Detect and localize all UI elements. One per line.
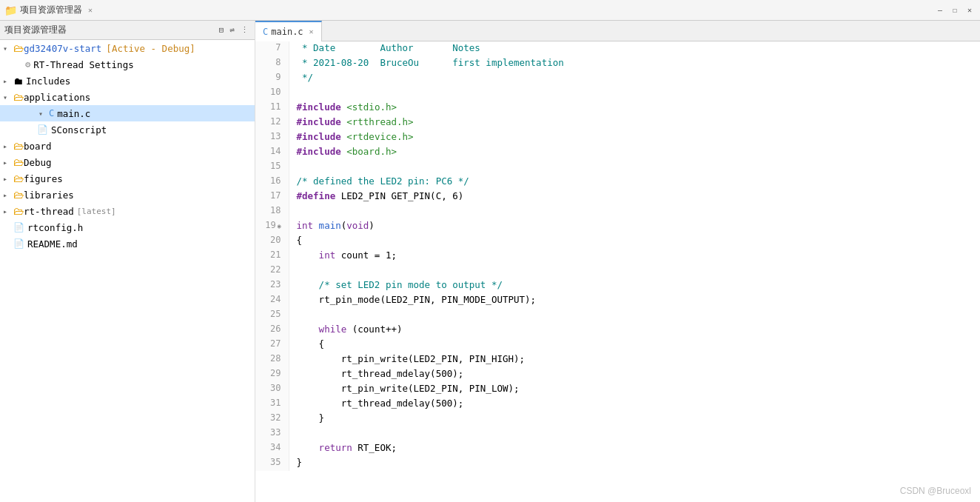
table-row: 9 */	[255, 71, 980, 86]
table-row: 30 rt_pin_write(LED2_PIN, PIN_LOW);	[255, 382, 980, 397]
line-number: 7	[255, 41, 289, 56]
line-content: rt_pin_write(LED2_PIN, PIN_HIGH);	[289, 352, 980, 367]
project-explorer-sidebar: 项目资源管理器 ⊟ ⇌ ⋮ 🗁 gd32407v-start [Active -…	[0, 21, 255, 502]
code-lines-table: 7 * Date Author Notes8 * 2021-08-20 Bruc…	[255, 41, 980, 471]
rt-thread-label: rt-thread	[24, 206, 74, 217]
code-editor[interactable]: 7 * Date Author Notes8 * 2021-08-20 Bruc…	[255, 41, 980, 502]
link-editor-btn[interactable]: ⇌	[228, 24, 236, 36]
table-row: 31 rt_thread_mdelay(500);	[255, 397, 980, 412]
line-number: 15	[255, 160, 289, 175]
line-content: int count = 1;	[289, 249, 980, 264]
line-content: #define LED2_PIN GET_PIN(C, 6)	[289, 190, 980, 204]
sidebar-item-board[interactable]: 🗁 board	[0, 138, 255, 154]
line-content: /* set LED2 pin mode to output */	[289, 278, 980, 293]
sidebar-item-rt-thread-settings[interactable]: ⚙ RT-Thread Settings	[0, 56, 255, 73]
readme-icon: 📄	[13, 238, 24, 249]
sidebar-item-sconscript[interactable]: 📄 SConscript	[0, 121, 255, 138]
editor-tab-main-c[interactable]: C main.c ✕	[255, 21, 322, 41]
line-number: 22	[255, 264, 289, 278]
sidebar-item-readme[interactable]: 📄 README.md	[0, 235, 255, 252]
sidebar-item-rt-thread[interactable]: 🗁 rt-thread [latest]	[0, 203, 255, 219]
debug-chevron	[3, 158, 13, 167]
main-c-icon: C	[49, 108, 54, 118]
line-content: {	[289, 338, 980, 352]
sidebar-item-includes[interactable]: 🖿 Includes	[0, 73, 255, 89]
minimize-btn[interactable]: —	[934, 4, 946, 16]
sidebar-item-debug[interactable]: 🗁 Debug	[0, 154, 255, 170]
table-row: 26 while (count++)	[255, 323, 980, 338]
rtconfig-label: rtconfig.h	[27, 222, 83, 233]
table-row: 12#include <rtthread.h>	[255, 116, 980, 130]
line-content	[289, 264, 980, 278]
table-row: 7 * Date Author Notes	[255, 41, 980, 56]
includes-label: Includes	[26, 76, 70, 87]
editor-area: C main.c ✕ 7 * Date Author Notes8 * 2021…	[255, 21, 980, 502]
tab-close-btn[interactable]: ✕	[309, 27, 314, 36]
includes-icon: 🖿	[13, 76, 23, 87]
libraries-label: libraries	[24, 190, 74, 201]
table-row: 10	[255, 86, 980, 101]
line-number: 8	[255, 56, 289, 71]
rt-thread-version: [latest]	[77, 207, 116, 216]
board-label: board	[24, 141, 52, 152]
line-number: 27	[255, 338, 289, 352]
main-c-chevron	[38, 110, 49, 118]
line-number: 33	[255, 426, 289, 441]
sconscript-icon: 📄	[37, 124, 48, 135]
view-menu-btn[interactable]: ⋮	[239, 24, 250, 36]
line-number: 11	[255, 101, 289, 116]
sconscript-label: SConscript	[51, 124, 107, 135]
table-row: 15	[255, 160, 980, 175]
table-row: 17#define LED2_PIN GET_PIN(C, 6)	[255, 190, 980, 204]
sidebar-item-applications[interactable]: 🗁 applications	[0, 89, 255, 105]
includes-chevron	[3, 77, 13, 85]
line-content: #include <stdio.h>	[289, 101, 980, 116]
settings-icon: ⚙	[25, 59, 30, 70]
rt-thread-folder-icon: 🗁	[13, 205, 24, 217]
table-row: 8 * 2021-08-20 BruceOu first implementat…	[255, 56, 980, 71]
sidebar-tab[interactable]: 📁 项目资源管理器 ✕	[4, 4, 93, 16]
table-row: 19int main(void)	[255, 219, 980, 234]
sidebar-tab-close[interactable]: ✕	[88, 6, 93, 14]
project-root[interactable]: 🗁 gd32407v-start [Active - Debug]	[0, 40, 255, 56]
close-btn[interactable]: ✕	[964, 4, 976, 16]
sidebar-tab-label: 项目资源管理器	[20, 4, 82, 16]
line-number: 12	[255, 116, 289, 130]
applications-folder-icon: 🗁	[13, 91, 24, 103]
line-number: 9	[255, 71, 289, 86]
sidebar-title-bar: 项目资源管理器 ⊟ ⇌ ⋮	[0, 21, 255, 40]
main-c-label: main.c	[57, 108, 90, 119]
figures-label: figures	[24, 173, 63, 184]
sidebar-item-figures[interactable]: 🗁 figures	[0, 170, 255, 187]
tab-file-icon: C	[263, 27, 268, 37]
line-content: }	[289, 456, 980, 471]
table-row: 33	[255, 426, 980, 441]
sidebar-item-main-c[interactable]: C main.c	[0, 105, 255, 121]
line-content: rt_thread_mdelay(500);	[289, 397, 980, 412]
table-row: 27 {	[255, 338, 980, 352]
table-row: 20{	[255, 234, 980, 249]
libraries-chevron	[3, 191, 13, 199]
window-controls: — ☐ ✕	[934, 4, 976, 16]
rtconfig-icon: 📄	[13, 222, 24, 232]
rt-thread-chevron	[3, 207, 13, 215]
line-number: 28	[255, 352, 289, 367]
board-folder-icon: 🗁	[13, 140, 24, 152]
applications-label: applications	[24, 92, 90, 103]
line-content: */	[289, 71, 980, 86]
line-content	[289, 160, 980, 175]
collapse-all-btn[interactable]: ⊟	[218, 24, 226, 36]
line-number: 13	[255, 130, 289, 145]
watermark: CSDN @Bruceoxl	[900, 486, 971, 496]
line-number: 21	[255, 249, 289, 264]
table-row: 16/* defined the LED2 pin: PC6 */	[255, 175, 980, 190]
maximize-btn[interactable]: ☐	[949, 4, 961, 16]
line-content: #include <board.h>	[289, 145, 980, 160]
project-chevron	[3, 44, 13, 53]
sidebar-item-libraries[interactable]: 🗁 libraries	[0, 187, 255, 203]
sidebar-title: 项目资源管理器	[4, 24, 67, 36]
sidebar-item-rtconfig-h[interactable]: 📄 rtconfig.h	[0, 219, 255, 235]
line-content: #include <rtdevice.h>	[289, 130, 980, 145]
table-row: 21 int count = 1;	[255, 249, 980, 264]
settings-label: RT-Thread Settings	[33, 59, 133, 70]
